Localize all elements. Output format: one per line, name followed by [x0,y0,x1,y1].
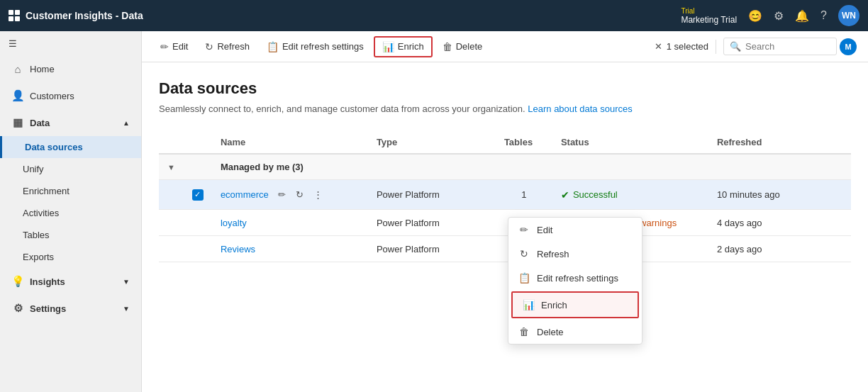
col-tables-header: Tables [496,131,552,154]
row-tables-ecommerce: 1 [496,180,552,210]
sidebar-item-customers[interactable]: 👤 Customers [0,82,141,109]
grid-icon [9,10,20,21]
sidebar-item-insights[interactable]: 💡 Insights ▼ [0,268,141,295]
row-name-reviews[interactable]: Reviews [221,244,255,254]
sidebar-item-data[interactable]: ▦ Data ▲ [0,109,141,136]
data-chevron-icon: ▲ [123,119,130,127]
row-actions-ecommerce: ✏ ↻ ⋮ [274,187,326,202]
toolbar-separator [716,40,716,54]
section-chevron-icon[interactable]: ▼ [167,163,175,172]
notification-icon[interactable]: 🔔 [795,9,809,23]
topnav: Customer Insights - Data Trial Marketing… [0,0,868,31]
context-enrich-icon: 📊 [523,299,534,310]
context-menu-item-edit-refresh-settings[interactable]: 📋 Edit refresh settings [508,266,642,290]
home-icon: ⌂ [11,63,24,75]
sidebar-item-exports[interactable]: Exports [0,246,141,268]
sidebar-item-activities[interactable]: Activities [0,202,141,224]
row-refresh-button-ecommerce[interactable]: ↻ [292,187,307,202]
table-row[interactable]: Reviews Power Platform 1 ✔ Successful 2 … [159,236,851,262]
context-edit-icon: ✏ [518,224,530,235]
question-icon[interactable]: ? [820,9,827,22]
settings-nav-icon: ⚙ [11,302,24,315]
sidebar-item-unify[interactable]: Unify [0,158,141,180]
table-row[interactable]: ✓ ecommerce ✏ ↻ ⋮ [159,180,851,210]
trial-info: Trial Marketing Trial [681,7,737,25]
customers-icon: 👤 [11,89,24,102]
section-managed-by-me: ▼ Managed by me (3) [159,154,851,180]
page-title: Data sources [159,79,851,98]
edit-button[interactable]: ✏ Edit [153,38,195,56]
row-refreshed-loyalty: 4 days ago [708,210,851,236]
context-edit-refresh-icon: 📋 [518,272,530,284]
page-subtitle: Seamlessly connect to, enrich, and manag… [159,103,851,114]
table-row[interactable]: loyalty Power Platform 1 ⚠ Completed wit… [159,210,851,236]
col-checkbox [184,131,212,154]
context-menu-item-edit[interactable]: ✏ Edit [508,218,642,242]
edit-refresh-settings-button[interactable]: 📋 Edit refresh settings [260,38,371,56]
page-content: Data sources Seamlessly connect to, enri… [142,62,868,392]
ms-icon: M [840,38,857,55]
delete-icon: 🗑 [443,41,452,52]
insights-icon: 💡 [11,275,24,288]
refresh-button[interactable]: ↻ Refresh [198,38,257,56]
edit-refresh-icon: 📋 [267,41,279,52]
delete-button[interactable]: 🗑 Delete [435,38,490,56]
selected-count: ✕ 1 selected [655,41,708,52]
sidebar-hamburger[interactable]: ☰ [0,31,141,56]
main-content: ✏ Edit ↻ Refresh 📋 Edit refresh settings… [142,31,868,392]
search-icon: 🔍 [730,41,741,52]
context-menu-item-delete[interactable]: 🗑 Delete [508,320,642,344]
sidebar-item-tables[interactable]: Tables [0,224,141,246]
row-type-ecommerce: Power Platform [368,180,496,210]
close-selection-icon[interactable]: ✕ [655,41,662,52]
sidebar-item-enrichment[interactable]: Enrichment [0,180,141,202]
status-success-icon: ✔ [561,189,569,201]
settings-icon[interactable]: ⚙ [774,9,784,23]
context-menu: ✏ Edit ↻ Refresh 📋 Edit refresh settings… [508,217,642,345]
row-refreshed-ecommerce: 10 minutes ago [708,180,851,210]
col-name-header: Name [212,131,368,154]
context-menu-item-refresh[interactable]: ↻ Refresh [508,242,642,266]
sidebar-item-data-sources[interactable]: Data sources [0,136,141,158]
data-icon: ▦ [11,116,24,129]
row-name-ecommerce[interactable]: ecommerce [221,189,269,200]
row-type-reviews: Power Platform [368,236,496,262]
context-menu-item-enrich[interactable]: 📊 Enrich [513,293,638,317]
settings-chevron-icon: ▼ [123,305,130,313]
app-title: Customer Insights - Data [26,10,143,21]
insights-chevron-icon: ▼ [123,278,130,286]
row-refreshed-reviews: 2 days ago [708,236,851,262]
row-type-loyalty: Power Platform [368,210,496,236]
row-more-button-ecommerce[interactable]: ⋮ [310,187,326,202]
col-expand [159,131,184,154]
enrich-button[interactable]: 📊 Enrich [374,36,433,57]
row-status-ecommerce: ✔ Successful [561,189,700,201]
edit-icon: ✏ [160,41,169,52]
enrich-icon: 📊 [382,41,394,52]
sidebar-item-home[interactable]: ⌂ Home [0,56,141,82]
toolbar: ✏ Edit ↻ Refresh 📋 Edit refresh settings… [142,31,868,62]
refresh-icon: ↻ [205,41,213,52]
learn-link[interactable]: Learn about data sources [528,103,632,114]
search-input[interactable] [745,41,830,52]
user-avatar[interactable]: WN [838,5,859,26]
data-sources-table: Name Type Tables Status Refreshed ▼ Mana… [159,131,851,262]
context-delete-icon: 🗑 [518,326,530,337]
col-refreshed-header: Refreshed [708,131,851,154]
col-status-header: Status [552,131,708,154]
row-edit-button-ecommerce[interactable]: ✏ [274,187,289,202]
topnav-right: Trial Marketing Trial 😊 ⚙ 🔔 ? WN [681,5,859,26]
help-icon[interactable]: 😊 [748,9,762,23]
app-logo[interactable]: Customer Insights - Data [9,10,143,21]
search-bar[interactable]: 🔍 [723,38,837,55]
sidebar-item-settings[interactable]: ⚙ Settings ▼ [0,295,141,322]
col-type-header: Type [368,131,496,154]
row-name-loyalty[interactable]: loyalty [221,218,247,228]
context-refresh-icon: ↻ [518,248,530,259]
sidebar: ☰ ⌂ Home 👤 Customers ▦ Data ▲ Data sourc… [0,31,142,392]
